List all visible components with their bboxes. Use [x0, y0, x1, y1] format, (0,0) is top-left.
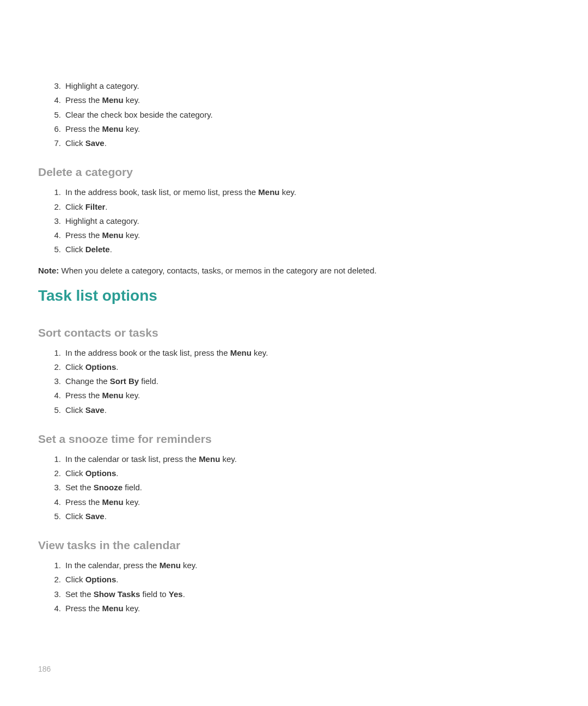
sort-contacts-steps: 1.In the address book or the task list, … — [54, 346, 550, 417]
step-item: 5.Click Save. — [54, 509, 550, 524]
step-number: 2. — [46, 200, 61, 214]
view-tasks-steps: 1.In the calendar, press the Menu key.2.… — [54, 558, 550, 616]
bold-term: Menu — [230, 348, 252, 357]
bold-term: Menu — [102, 391, 124, 400]
step-item: 5.Click Save. — [54, 403, 550, 417]
step-item: 6.Press the Menu key. — [54, 122, 550, 136]
step-number: 1. — [46, 452, 61, 466]
step-number: 5. — [46, 403, 61, 417]
step-number: 3. — [46, 214, 61, 228]
step-number: 3. — [46, 587, 61, 601]
note-text: When you delete a category, contacts, ta… — [59, 266, 376, 275]
intro-steps-list: 3.Highlight a category.4.Press the Menu … — [54, 79, 550, 150]
step-number: 2. — [46, 466, 61, 480]
step-item: 7.Click Save. — [54, 136, 550, 150]
step-number: 5. — [46, 108, 61, 122]
bold-term: Menu — [102, 124, 124, 133]
step-item: 3.Highlight a category. — [54, 79, 550, 93]
step-item: 1.In the address book, task list, or mem… — [54, 185, 550, 199]
bold-term: Options — [85, 362, 117, 372]
step-item: 2.Click Filter. — [54, 200, 550, 214]
bold-term: Menu — [258, 187, 279, 197]
step-number: 5. — [46, 509, 61, 524]
bold-term: Yes — [169, 589, 183, 599]
page-number: 186 — [38, 665, 51, 673]
step-item: 1.In the calendar or task list, press th… — [54, 452, 550, 466]
step-item: 3.Set the Show Tasks field to Yes. — [54, 587, 550, 601]
step-number: 3. — [46, 374, 61, 388]
bold-term: Snooze — [94, 483, 122, 492]
step-item: 5.Click Delete. — [54, 242, 550, 257]
bold-term: Show Tasks — [94, 589, 140, 599]
bold-term: Options — [85, 575, 117, 584]
step-item: 2.Click Options. — [54, 466, 550, 480]
step-number: 4. — [46, 601, 61, 616]
step-number: 5. — [46, 242, 61, 257]
step-number: 1. — [46, 185, 61, 199]
heading-sort-contacts: Sort contacts or tasks — [38, 326, 550, 339]
note-label: Note: — [38, 266, 59, 275]
step-item: 4.Press the Menu key. — [54, 228, 550, 242]
step-item: 4.Press the Menu key. — [54, 93, 550, 107]
step-number: 4. — [46, 495, 61, 509]
note-delete-category: Note: When you delete a category, contac… — [38, 266, 550, 275]
step-number: 4. — [46, 388, 61, 403]
step-number: 3. — [46, 79, 61, 93]
step-item: 1.In the calendar, press the Menu key. — [54, 558, 550, 573]
bold-term: Delete — [85, 245, 110, 254]
step-number: 4. — [46, 93, 61, 107]
step-item: 3.Set the Snooze field. — [54, 480, 550, 495]
snooze-time-steps: 1.In the calendar or task list, press th… — [54, 452, 550, 524]
step-number: 6. — [46, 122, 61, 136]
step-item: 1.In the address book or the task list, … — [54, 346, 550, 360]
bold-term: Save — [85, 138, 105, 148]
step-number: 3. — [46, 480, 61, 495]
heading-task-list-options: Task list options — [38, 287, 550, 305]
bold-term: Sort By — [110, 376, 139, 386]
bold-term: Menu — [160, 561, 181, 570]
heading-view-tasks: View tasks in the calendar — [38, 539, 550, 552]
step-number: 7. — [46, 136, 61, 150]
bold-term: Menu — [102, 497, 124, 507]
heading-snooze-time: Set a snooze time for reminders — [38, 433, 550, 446]
step-item: 5.Clear the check box beside the categor… — [54, 108, 550, 122]
step-number: 1. — [46, 346, 61, 360]
step-item: 2.Click Options. — [54, 360, 550, 374]
step-item: 4.Press the Menu key. — [54, 601, 550, 616]
bold-term: Options — [85, 468, 117, 478]
bold-term: Menu — [102, 95, 124, 105]
step-item: 4.Press the Menu key. — [54, 388, 550, 403]
bold-term: Filter — [85, 202, 106, 211]
step-item: 2.Click Options. — [54, 573, 550, 587]
step-item: 3.Change the Sort By field. — [54, 374, 550, 388]
delete-category-steps: 1.In the address book, task list, or mem… — [54, 185, 550, 257]
step-item: 4.Press the Menu key. — [54, 495, 550, 509]
heading-delete-category: Delete a category — [38, 166, 550, 179]
bold-term: Menu — [102, 230, 124, 240]
step-number: 1. — [46, 558, 61, 573]
bold-term: Menu — [199, 454, 220, 464]
step-number: 2. — [46, 360, 61, 374]
bold-term: Save — [85, 405, 105, 415]
step-number: 2. — [46, 573, 61, 587]
bold-term: Menu — [102, 604, 124, 613]
step-number: 4. — [46, 228, 61, 242]
bold-term: Save — [85, 512, 105, 521]
step-item: 3.Highlight a category. — [54, 214, 550, 228]
